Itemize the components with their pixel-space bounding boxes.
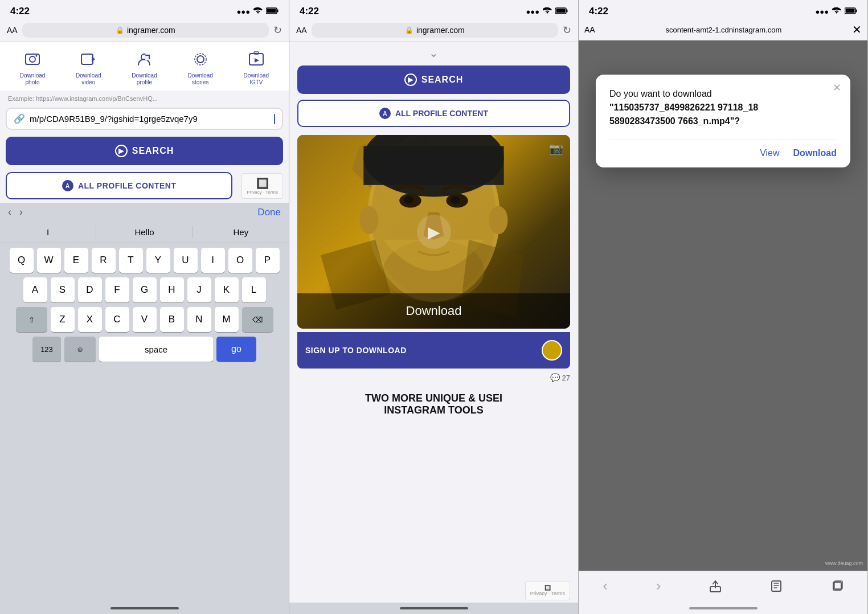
- photo-label: Downloadphoto: [20, 72, 45, 86]
- key-L[interactable]: L: [242, 277, 266, 302]
- collapse-button[interactable]: ⌄: [289, 42, 578, 62]
- dialog-close-icon[interactable]: ✕: [833, 83, 841, 93]
- video-player[interactable]: 📷 ▶ Download: [297, 135, 570, 329]
- link-icon: 🔗: [14, 113, 25, 124]
- status-icons-3: ●●●: [815, 7, 857, 16]
- suggestion-bar: I Hello Hey: [0, 222, 289, 243]
- suggestion-i[interactable]: I: [0, 226, 96, 238]
- done-button[interactable]: Done: [257, 207, 281, 218]
- key-A[interactable]: A: [23, 277, 47, 302]
- next-arrow[interactable]: ›: [19, 206, 23, 218]
- comment-count-row: 💬 27: [289, 371, 578, 384]
- profile-btn-icon-2: A: [379, 108, 391, 119]
- key-J[interactable]: J: [187, 277, 211, 302]
- suggestion-hello[interactable]: Hello: [96, 226, 193, 238]
- key-row-2: A S D F G H J K L: [2, 277, 286, 302]
- nav-download-igtv[interactable]: DownloadIGTV: [236, 48, 276, 86]
- browser-close-icon[interactable]: ✕: [852, 23, 862, 36]
- key-N[interactable]: N: [187, 307, 211, 332]
- nav-download-stories[interactable]: Downloadstories: [181, 48, 220, 86]
- search-btn-icon: ▶: [115, 145, 128, 157]
- key-V[interactable]: V: [133, 307, 157, 332]
- browser-url-container-2[interactable]: 🔒 ingramer.com: [312, 23, 558, 38]
- key-M[interactable]: M: [215, 307, 239, 332]
- prev-arrow[interactable]: ‹: [8, 206, 11, 218]
- key-Z[interactable]: Z: [51, 307, 75, 332]
- profile-content-button-2[interactable]: A ALL PROFILE CONTENT: [297, 100, 570, 127]
- lock-icon-2: 🔒: [405, 26, 413, 34]
- status-icons-2: ●●●: [526, 7, 568, 16]
- key-D[interactable]: D: [78, 277, 102, 302]
- nav-download-video[interactable]: Downloadvideo: [68, 48, 108, 86]
- key-U[interactable]: U: [174, 248, 198, 273]
- key-S[interactable]: S: [51, 277, 75, 302]
- key-123[interactable]: 123: [32, 337, 61, 362]
- profile-btn-label-2: ALL PROFILE CONTENT: [395, 109, 488, 118]
- key-row-4: 123 ☺ space go: [2, 337, 286, 362]
- key-Y[interactable]: Y: [146, 248, 170, 273]
- refresh-icon-2[interactable]: ↻: [563, 24, 571, 36]
- recaptcha-1: 🔲 Privacy · Terms: [241, 173, 283, 199]
- key-B[interactable]: B: [160, 307, 184, 332]
- key-space[interactable]: space: [99, 337, 213, 362]
- key-R[interactable]: R: [92, 248, 116, 273]
- search-button-2[interactable]: ▶ SEARCH: [297, 66, 570, 94]
- browser-url-container-1[interactable]: 🔒 ingramer.com: [22, 23, 269, 38]
- profile-content-button-1[interactable]: A ALL PROFILE CONTENT: [6, 172, 232, 199]
- key-P[interactable]: P: [256, 248, 280, 273]
- key-W[interactable]: W: [37, 248, 61, 273]
- key-delete[interactable]: ⌫: [242, 307, 273, 332]
- profile-label: Downloadprofile: [132, 72, 157, 86]
- svg-point-30: [359, 206, 378, 234]
- svg-rect-16: [567, 9, 568, 12]
- signup-text[interactable]: SIGN UP TO DOWNLOAD: [305, 346, 407, 355]
- url-input-row[interactable]: 🔗 m/p/CDA9R51B9_9/?igshid=1grge5zvqe7y9: [6, 108, 283, 130]
- download-overlay[interactable]: Download: [297, 293, 570, 329]
- tabs-button[interactable]: [831, 580, 844, 592]
- search-button-1[interactable]: ▶ SEARCH: [6, 137, 283, 165]
- dialog-download-button[interactable]: Download: [793, 148, 837, 158]
- key-K[interactable]: K: [215, 277, 239, 302]
- nav-download-photo[interactable]: Downloadphoto: [13, 48, 52, 86]
- svg-point-29: [451, 196, 460, 204]
- browser-aa-3[interactable]: AA: [584, 25, 595, 34]
- battery-icon-2: [555, 7, 568, 16]
- suggestion-hey[interactable]: Hey: [193, 226, 289, 238]
- dialog-title: Do you want to download "115035737_84998…: [609, 87, 837, 128]
- key-emoji[interactable]: ☺: [64, 337, 96, 362]
- two-tools-section: TWO MORE UNIQUE & USEI INSTAGRAM TOOLS: [289, 384, 578, 419]
- panel2-web-content: ▶ SEARCH A ALL PROFILE CONTENT: [289, 62, 578, 603]
- dialog-view-button[interactable]: View: [760, 148, 779, 158]
- wifi-icon: [253, 7, 263, 16]
- key-H[interactable]: H: [160, 277, 184, 302]
- key-T[interactable]: T: [119, 248, 143, 273]
- key-G[interactable]: G: [133, 277, 157, 302]
- key-E[interactable]: E: [64, 248, 88, 273]
- nav-download-profile[interactable]: Downloadprofile: [124, 48, 164, 86]
- browser-aa-1[interactable]: AA: [7, 26, 18, 35]
- panel-1: 4:22 ●●● AA 🔒 ingramer.com ↻ Down: [0, 0, 289, 614]
- key-shift[interactable]: ⇧: [16, 307, 47, 332]
- share-button[interactable]: [709, 580, 722, 592]
- browser-aa-2[interactable]: AA: [296, 26, 307, 35]
- bookmarks-button[interactable]: [770, 580, 783, 592]
- key-go[interactable]: go: [216, 337, 256, 362]
- panel1-web-content: Downloadphoto Downloadvideo Downloadprof…: [0, 42, 289, 603]
- key-F[interactable]: F: [105, 277, 129, 302]
- recaptcha-text-1: Privacy · Terms: [247, 190, 278, 195]
- key-C[interactable]: C: [105, 307, 129, 332]
- dialog-filename: "115035737_8499826221 97118_185890283473…: [609, 103, 758, 126]
- refresh-icon-1[interactable]: ↻: [273, 24, 282, 36]
- svg-rect-40: [772, 581, 781, 591]
- svg-rect-6: [81, 54, 93, 64]
- play-button[interactable]: ▶: [417, 215, 451, 249]
- status-time-1: 4:22: [10, 6, 30, 17]
- key-X[interactable]: X: [78, 307, 102, 332]
- back-button[interactable]: ‹: [603, 577, 608, 595]
- forward-button[interactable]: ›: [656, 577, 661, 595]
- key-I[interactable]: I: [201, 248, 225, 273]
- key-Q[interactable]: Q: [10, 248, 34, 273]
- dialog-buttons: View Download: [609, 140, 837, 158]
- url-input[interactable]: m/p/CDA9R51B9_9/?igshid=1grge5zvqe7y9: [30, 114, 269, 124]
- key-O[interactable]: O: [228, 248, 252, 273]
